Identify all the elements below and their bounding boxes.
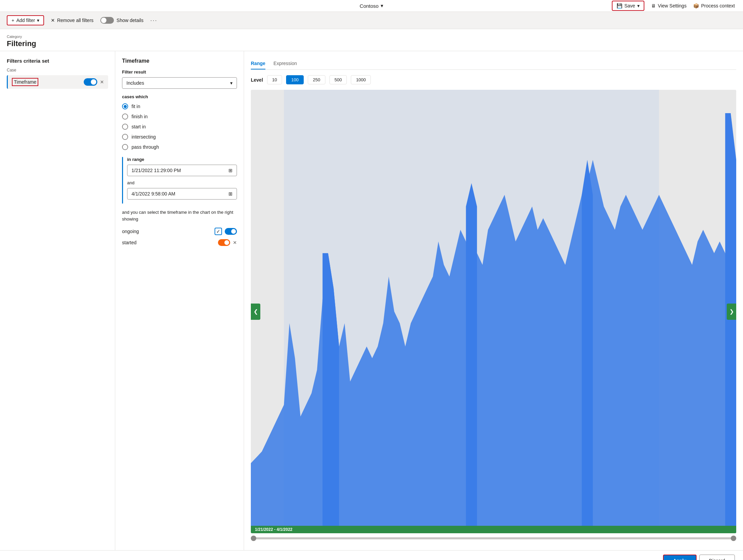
mid-panel-title: Timeframe: [122, 58, 237, 64]
blue-divider: [122, 157, 123, 204]
filter-remove-button[interactable]: ✕: [100, 79, 104, 85]
radio-start-in-circle: [122, 124, 128, 130]
toolbar: + Add filter ▾ ✕ Remove all filters Show…: [0, 12, 743, 29]
add-filter-chevron-icon: ▾: [37, 18, 39, 23]
radio-fit-in-circle: [122, 103, 128, 109]
ongoing-label: ongoing: [122, 229, 139, 234]
show-details-label: Show details: [117, 18, 143, 23]
show-details-toggle[interactable]: [100, 17, 114, 24]
filter-result-label: Filter result: [122, 69, 237, 75]
save-label: Save: [624, 3, 635, 8]
filter-controls: ✕: [84, 78, 104, 86]
tab-expression[interactable]: Expression: [274, 58, 297, 69]
filter-name-label: Timeframe: [14, 79, 36, 85]
bottom-bar: Apply Discard: [0, 550, 743, 560]
started-controls: ✕: [218, 239, 237, 246]
tab-range[interactable]: Range: [251, 58, 265, 69]
radio-start-in[interactable]: start in: [122, 124, 237, 130]
level-500-button[interactable]: 500: [329, 75, 347, 84]
in-range-section: in range 1/21/2022 11:29:00 PM ⊞ and 4/1…: [126, 157, 237, 204]
hint-text: and you can select the timeframe in the …: [122, 209, 237, 222]
mid-panel: Timeframe Filter result Includes ▾ cases…: [115, 51, 244, 550]
range-slider[interactable]: [251, 533, 736, 543]
view-settings-button[interactable]: 🖥 View Settings: [651, 3, 687, 8]
view-settings-icon: 🖥: [651, 3, 656, 8]
more-options-button[interactable]: ···: [150, 17, 157, 24]
chart-container: ❮ ❯ 1/21/2022 - 4/1/2022: [251, 90, 736, 533]
apply-button[interactable]: Apply: [663, 555, 697, 560]
date-start-input[interactable]: 1/21/2022 11:29:00 PM ⊞: [127, 165, 237, 176]
add-filter-label: Add filter: [16, 18, 35, 23]
filter-result-select[interactable]: Includes ▾: [122, 77, 237, 89]
category-section: Category Filtering: [0, 29, 743, 51]
filter-item-timeframe: Timeframe ✕: [7, 75, 108, 89]
cases-radio-group: fit in finish in start in intersecting p…: [122, 103, 237, 150]
date-end-value: 4/1/2022 9:58:00 AM: [132, 191, 175, 196]
started-toggle[interactable]: [218, 239, 230, 246]
top-nav: Contoso ▾ 💾 Save ▾ 🖥 View Settings 📦 Pro…: [0, 0, 743, 12]
radio-pass-through-label: pass through: [132, 144, 159, 150]
remove-all-label: Remove all filters: [57, 18, 93, 23]
chart-date-bar: 1/21/2022 - 4/1/2022: [251, 526, 736, 533]
app-title-text: Contoso: [360, 3, 379, 9]
left-panel: Filters criteria set Case Timeframe ✕: [0, 51, 115, 550]
check-icon: ✓: [216, 229, 220, 234]
radio-finish-in-circle: [122, 113, 128, 120]
close-icon: ✕: [51, 18, 55, 23]
level-100-button[interactable]: 100: [286, 75, 304, 84]
radio-finish-in[interactable]: finish in: [122, 113, 237, 120]
level-10-button[interactable]: 10: [267, 75, 282, 84]
ongoing-check-button[interactable]: ✓: [215, 228, 222, 235]
main-content: Filters criteria set Case Timeframe ✕ Ti…: [0, 51, 743, 550]
chart-svg: [251, 90, 736, 533]
save-button[interactable]: 💾 Save ▾: [612, 1, 644, 11]
top-nav-actions: 💾 Save ▾ 🖥 View Settings 📦 Process conte…: [612, 1, 735, 11]
svg-marker-5: [582, 160, 593, 533]
process-context-label: Process context: [701, 3, 735, 8]
save-chevron-icon: ▾: [637, 3, 640, 8]
radio-intersecting[interactable]: intersecting: [122, 134, 237, 140]
level-250-button[interactable]: 250: [308, 75, 325, 84]
discard-button[interactable]: Discard: [699, 555, 735, 560]
radio-finish-in-label: finish in: [132, 114, 147, 119]
panel-title: Filters criteria set: [7, 58, 108, 64]
started-remove-button[interactable]: ✕: [233, 240, 237, 245]
started-label: started: [122, 240, 137, 245]
tabs-bar: Range Expression: [251, 58, 736, 70]
ongoing-toggle[interactable]: [225, 228, 237, 235]
filter-toggle[interactable]: [84, 78, 97, 86]
page-title: Filtering: [7, 39, 736, 48]
chevron-down-icon: ▾: [381, 3, 383, 9]
radio-pass-through-circle: [122, 144, 128, 150]
level-1000-button[interactable]: 1000: [351, 75, 371, 84]
add-filter-button[interactable]: + Add filter ▾: [7, 15, 44, 25]
date-end-input[interactable]: 4/1/2022 9:58:00 AM ⊞: [127, 188, 237, 200]
app-title[interactable]: Contoso ▾: [360, 3, 383, 9]
radio-fit-in[interactable]: fit in: [122, 103, 237, 109]
view-settings-label: View Settings: [658, 3, 687, 8]
process-context-icon: 📦: [693, 3, 699, 8]
range-thumb-right[interactable]: [731, 536, 736, 541]
chart-nav-right-button[interactable]: ❯: [727, 304, 736, 320]
save-icon: 💾: [617, 3, 622, 8]
filter-result-value: Includes: [126, 80, 144, 86]
remove-all-filters-button[interactable]: ✕ Remove all filters: [51, 18, 93, 23]
range-track[interactable]: [251, 537, 736, 539]
category-label: Category: [7, 35, 736, 39]
calendar-icon: ⊞: [228, 168, 233, 173]
plus-icon: +: [12, 18, 14, 23]
calendar-icon: ⊞: [228, 191, 233, 196]
select-chevron-icon: ▾: [230, 80, 233, 86]
right-panel: Range Expression Level 10 100 250 500 10…: [244, 51, 743, 550]
radio-intersecting-label: intersecting: [132, 134, 156, 140]
chart-nav-left-button[interactable]: ❮: [251, 304, 260, 320]
cases-which-label: cases which: [122, 94, 237, 99]
case-label: Case: [7, 68, 108, 72]
range-thumb-left[interactable]: [251, 536, 256, 541]
radio-fit-in-label: fit in: [132, 104, 140, 109]
process-context-button[interactable]: 📦 Process context: [693, 3, 735, 8]
started-row: started ✕: [122, 239, 237, 246]
radio-pass-through[interactable]: pass through: [122, 144, 237, 150]
filter-name-box: Timeframe: [12, 78, 38, 86]
and-label: and: [127, 180, 237, 185]
